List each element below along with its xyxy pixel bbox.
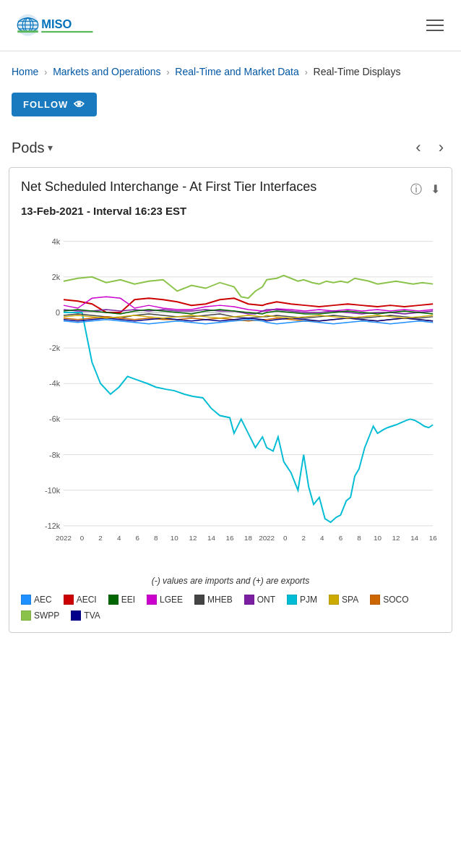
aec-line (64, 320, 433, 324)
breadcrumb-current: Real-Time Displays (314, 66, 401, 77)
legend-label-eei: EEI (121, 595, 135, 605)
svg-text:2022: 2022 (259, 534, 275, 542)
legend-eei: EEI (108, 595, 135, 605)
breadcrumb-sep-3: › (305, 67, 308, 77)
legend-box-aeci (64, 595, 74, 605)
pods-dropdown-icon: ▾ (48, 142, 53, 153)
pods-arrows: ‹ › (410, 137, 449, 158)
legend-soco: SOCO (370, 595, 408, 605)
pods-dropdown[interactable]: Pods ▾ (12, 140, 53, 156)
y-label-neg4k: -4k (49, 379, 61, 388)
y-label-2k: 2k (52, 273, 61, 281)
legend-lgee: LGEE (147, 595, 183, 605)
svg-rect-7 (17, 30, 38, 33)
chart-header: Net Scheduled Interchange - At First Tie… (21, 179, 440, 197)
pods-label: Pods (12, 140, 45, 156)
legend-aec: AEC (21, 595, 52, 605)
miso-logo: MISO (12, 7, 98, 43)
legend-box-aec (21, 595, 31, 605)
aeci-line (64, 298, 433, 312)
svg-text:18: 18 (244, 534, 252, 542)
pjm-line (64, 312, 433, 522)
logo-area: MISO (12, 7, 98, 43)
chart-svg: 4k 2k 0 -2k -4k -6k -8k -10k -12k 2022 0… (21, 227, 440, 569)
prev-pod-button[interactable]: ‹ (410, 137, 426, 158)
svg-text:2: 2 (302, 534, 306, 542)
legend-label-tva: TVA (84, 610, 100, 621)
chart-legend: AEC AECI EEI LGEE MHEB ONT PJM SPA (21, 595, 440, 621)
chart-container: 4k 2k 0 -2k -4k -6k -8k -10k -12k 2022 0… (21, 227, 440, 571)
legend-label-aeci: AECI (77, 595, 97, 605)
chart-actions: ⓘ ⬇ (410, 179, 440, 197)
y-label-neg8k: -8k (49, 451, 61, 459)
svg-text:2: 2 (98, 534, 102, 542)
svg-text:14: 14 (207, 534, 215, 542)
legend-label-lgee: LGEE (160, 595, 183, 605)
breadcrumb-home[interactable]: Home (12, 66, 38, 77)
svg-rect-9 (41, 31, 92, 33)
legend-label-spa: SPA (342, 595, 358, 605)
svg-text:4: 4 (117, 534, 121, 542)
svg-text:8: 8 (357, 534, 361, 542)
hamburger-menu[interactable] (421, 14, 449, 37)
legend-tva: TVA (71, 610, 100, 621)
legend-spa: SPA (329, 595, 358, 605)
svg-text:0: 0 (80, 534, 85, 542)
legend-label-soco: SOCO (383, 595, 408, 605)
legend-box-soco (370, 595, 380, 605)
eye-icon: 👁 (74, 98, 85, 111)
legend-box-swpp (21, 610, 31, 621)
pods-navigation: Pods ▾ ‹ › (0, 131, 461, 167)
breadcrumb-sep-2: › (166, 67, 169, 77)
breadcrumb-realtime[interactable]: Real-Time and Market Data (175, 66, 298, 77)
chart-date: 13-Feb-2021 - Interval 16:23 EST (21, 205, 440, 217)
y-label-4k: 4k (52, 237, 61, 246)
y-label-neg2k: -2k (49, 344, 61, 352)
svg-text:16: 16 (429, 534, 437, 542)
swpp-line (64, 276, 433, 298)
legend-box-mheb (194, 595, 204, 605)
legend-aeci: AECI (64, 595, 97, 605)
svg-text:14: 14 (410, 534, 418, 542)
svg-text:16: 16 (226, 534, 234, 542)
follow-button[interactable]: FOLLOW 👁 (12, 93, 97, 116)
y-label-neg10k: -10k (45, 486, 61, 495)
y-label-neg6k: -6k (49, 414, 61, 423)
svg-text:12: 12 (392, 534, 400, 542)
legend-box-tva (71, 610, 81, 621)
legend-box-lgee (147, 595, 157, 605)
legend-box-spa (329, 595, 339, 605)
download-icon[interactable]: ⬇ (431, 182, 440, 197)
svg-text:0: 0 (283, 534, 288, 542)
legend-box-ont (244, 595, 254, 605)
breadcrumb-markets[interactable]: Markets and Operations (53, 66, 160, 77)
legend-label-pjm: PJM (300, 595, 317, 605)
legend-box-pjm (287, 595, 297, 605)
svg-text:MISO: MISO (41, 17, 72, 30)
svg-text:4: 4 (320, 534, 324, 542)
svg-text:10: 10 (171, 534, 178, 542)
svg-text:12: 12 (189, 534, 197, 542)
legend-ont: ONT (244, 595, 275, 605)
legend-label-mheb: MHEB (207, 595, 233, 605)
legend-label-swpp: SWPP (34, 610, 59, 621)
legend-pjm: PJM (287, 595, 317, 605)
next-pod-button[interactable]: › (433, 137, 449, 158)
svg-text:2022: 2022 (56, 534, 72, 542)
chart-title: Net Scheduled Interchange - At First Tie… (21, 179, 316, 195)
breadcrumb-sep-1: › (44, 67, 47, 77)
chart-card: Net Scheduled Interchange - At First Tie… (9, 167, 452, 633)
svg-text:8: 8 (154, 534, 158, 542)
legend-swpp: SWPP (21, 610, 59, 621)
legend-label-ont: ONT (257, 595, 275, 605)
follow-label: FOLLOW (23, 99, 68, 110)
y-label-0: 0 (56, 308, 60, 317)
info-icon[interactable]: ⓘ (410, 182, 422, 197)
site-header: MISO (0, 0, 461, 51)
svg-text:10: 10 (374, 534, 382, 542)
svg-text:6: 6 (339, 534, 343, 542)
breadcrumb: Home › Markets and Operations › Real-Tim… (0, 51, 461, 85)
chart-note: (-) values are imports and (+) are expor… (21, 576, 440, 586)
svg-text:6: 6 (135, 534, 139, 542)
legend-label-aec: AEC (34, 595, 52, 605)
